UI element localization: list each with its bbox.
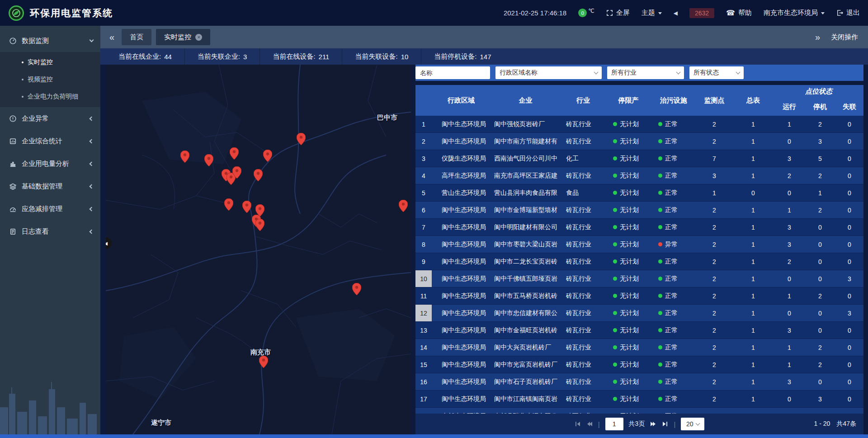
table-row[interactable]: 8 阆中生态环境局 阆中市枣碧大梁山页岩 砖瓦行业 无计划 异常 [415, 236, 863, 253]
sidebar-item-power-analysis[interactable]: 企业用电量分析 [0, 152, 100, 175]
sidebar-item-video-monitor[interactable]: 视频监控 [0, 71, 100, 88]
cell-run: 1 [774, 287, 805, 304]
table-row[interactable]: 16 阆中生态环境局 阆中市石子页岩机砖厂 砖瓦行业 无计划 正常 [415, 373, 863, 391]
table-row[interactable]: 18 南部生态环境局 南部县瑞华水泥有限公 砖瓦行业 无计划 正常 [415, 408, 863, 414]
table-row[interactable]: 14 阆中生态环境局 阆中大兴页岩机砖厂 砖瓦行业 无计划 正常 [415, 339, 863, 356]
table-row[interactable]: 5 营山生态环境局 营山县润丰肉食品有限 食品 无计划 正常 [415, 184, 863, 202]
cell-company: 阆中强锐页岩砖厂 [491, 116, 561, 132]
sidebar-item-base-data[interactable]: 基础数据管理 [0, 175, 100, 198]
table-body: 1 阆中生态环境局 阆中强锐页岩砖厂 砖瓦行业 无计划 正常 [415, 116, 863, 414]
help-button[interactable]: ☎ 帮助 [726, 9, 752, 17]
map-pin[interactable] [263, 150, 272, 162]
table-row[interactable]: 3 仪陇生态环境局 西南油气田分公司川中 化工 无计划 正常 [415, 150, 863, 167]
table-row[interactable]: 15 阆中生态环境局 阆中市光富页岩机砖厂 砖瓦行业 无计划 正常 [415, 356, 863, 373]
prev-page-icon[interactable] [586, 421, 593, 427]
cell-stop: 2 [805, 167, 835, 184]
fullscreen-button[interactable]: 全屏 [606, 9, 630, 17]
industry-filter-select[interactable]: 所有行业 [607, 66, 684, 79]
logout-button[interactable]: 退出 [836, 9, 860, 17]
table-row[interactable]: 12 阆中生态环境局 阆中市忠信建材有限公 砖瓦行业 无计划 正常 [415, 305, 863, 322]
cell-lost: 0 [835, 253, 863, 270]
map-pin[interactable] [204, 154, 213, 166]
map-panel[interactable]: 巴中市 南充市 遂宁市 ◀ [106, 65, 411, 434]
cell-stop: 0 [805, 322, 835, 339]
tab-close-icon[interactable]: × [195, 34, 202, 41]
cell-limit: 无计划 [606, 133, 651, 150]
region-filter-select[interactable]: 行政区域名称 [495, 66, 602, 79]
cell-limit: 无计划 [606, 150, 651, 167]
cell-limit: 无计划 [606, 373, 651, 390]
map-pin[interactable] [232, 166, 241, 179]
map-pin[interactable] [255, 219, 264, 231]
cell-limit: 无计划 [606, 236, 651, 253]
first-page-icon[interactable] [575, 421, 581, 427]
sidebar-item-enterprise-statistics[interactable]: 企业综合统计 [0, 130, 100, 152]
cell-facility: 正常 [651, 270, 696, 287]
cell-facility: 正常 [651, 322, 696, 339]
cell-meters: 1 [732, 133, 774, 150]
sidebar-item-emergency-reduction[interactable]: 应急减排管理 [0, 198, 100, 220]
cell-points: 2 [696, 373, 732, 390]
chevron-left-icon [90, 116, 94, 121]
table-row[interactable]: 7 阆中生态环境局 阆中明阳建材有限公司 砖瓦行业 无计划 正常 [415, 219, 863, 236]
table-row[interactable]: 2 阆中生态环境局 阆中市南方节能建材有 砖瓦行业 无计划 正常 [415, 133, 863, 150]
table-row[interactable]: 17 阆中生态环境局 阆中市江南镇阆南页岩 砖瓦行业 无计划 正常 [415, 391, 863, 408]
stat-value: 147 [480, 53, 491, 61]
gauge-icon [9, 37, 17, 45]
status-filter-select[interactable]: 所有状态 [689, 66, 744, 79]
tabs-scroll-left-icon[interactable]: « [107, 33, 117, 42]
sidebar-item-data-monitor[interactable]: 数据监测 [0, 29, 100, 52]
table-row[interactable]: 4 高坪生态环境局 南充市高坪区王家店建 砖瓦行业 无计划 正常 [415, 167, 863, 184]
page-number-input[interactable] [605, 418, 623, 430]
tabs-scroll-right-icon[interactable]: » [812, 33, 823, 42]
meter-icon [9, 205, 17, 213]
table-row[interactable]: 13 阆中生态环境局 阆中市金福旺页岩机砖 砖瓦行业 无计划 正常 [415, 322, 863, 339]
cell-run: 0 [774, 391, 805, 407]
sidebar-item-power-load-detail[interactable]: 企业电力负荷明细 [0, 88, 100, 105]
divider: | [598, 420, 600, 428]
stat-label: 当前在线企业: [118, 52, 161, 61]
next-page-icon[interactable] [650, 421, 656, 427]
sidebar-item-log-view[interactable]: 日志查看 [0, 220, 100, 243]
tab-realtime-monitor[interactable]: 实时监控 × [156, 29, 210, 45]
name-filter-input[interactable] [415, 66, 490, 79]
city-label: 遂宁市 [151, 419, 171, 427]
cell-region: 阆中生态环境局 [432, 322, 491, 339]
map-pin[interactable] [180, 151, 189, 163]
map-pin[interactable] [224, 198, 233, 211]
cell-run: 0 [774, 305, 805, 321]
alarm-count-badge[interactable]: 2632 [689, 8, 714, 18]
alert-circle-icon [9, 115, 17, 122]
page-size-select[interactable]: 20 [681, 418, 704, 430]
cell-region: 阆中生态环境局 [432, 287, 491, 304]
status-dot [613, 345, 617, 349]
org-dropdown[interactable]: 南充市生态环境局 [764, 9, 825, 17]
map-pin[interactable] [297, 133, 306, 145]
map-pin[interactable] [230, 147, 239, 160]
cell-lost: 0 [835, 322, 863, 339]
sidebar-item-enterprise-abnormal[interactable]: 企业异常 [0, 107, 100, 130]
close-operations-menu[interactable]: 关闭操作 [831, 33, 858, 42]
map-pin[interactable] [242, 201, 251, 213]
map-pin[interactable] [399, 200, 408, 212]
table-row[interactable]: 11 阆中生态环境局 阆中市五马桥页岩机砖 砖瓦行业 无计划 正常 [415, 287, 863, 305]
table-row[interactable]: 6 阆中生态环境局 阆中市金博瑞新型墙材 砖瓦行业 无计划 正常 [415, 202, 863, 219]
sidebar-item-realtime-monitor[interactable]: 实时监控 [0, 54, 100, 71]
status-dot [658, 311, 662, 315]
tab-home[interactable]: 首页 [122, 29, 151, 45]
column-header-limit: 停限产 [606, 85, 651, 116]
map-pin[interactable] [254, 169, 263, 181]
status-dot [658, 208, 662, 212]
cell-index: 3 [415, 150, 432, 167]
table-row[interactable]: 9 阆中生态环境局 阆中市二龙长宝页岩砖 砖瓦行业 无计划 正常 [415, 253, 863, 270]
last-page-icon[interactable] [662, 421, 668, 427]
table-row[interactable]: 1 阆中生态环境局 阆中强锐页岩砖厂 砖瓦行业 无计划 正常 [415, 116, 863, 133]
map-pin[interactable] [259, 356, 268, 368]
theme-dropdown[interactable]: 主题 [642, 9, 662, 17]
status-dot [658, 397, 662, 401]
cell-industry: 砖瓦行业 [561, 133, 606, 150]
column-header-point-status-group: 点位状态 [774, 85, 863, 98]
map-pin[interactable] [352, 283, 361, 295]
table-row[interactable]: 10 阆中生态环境局 阆中千佛镇五郎垭页岩 砖瓦行业 无计划 正常 [415, 270, 863, 287]
alert-scroll-icon[interactable]: ◀ [674, 10, 678, 16]
